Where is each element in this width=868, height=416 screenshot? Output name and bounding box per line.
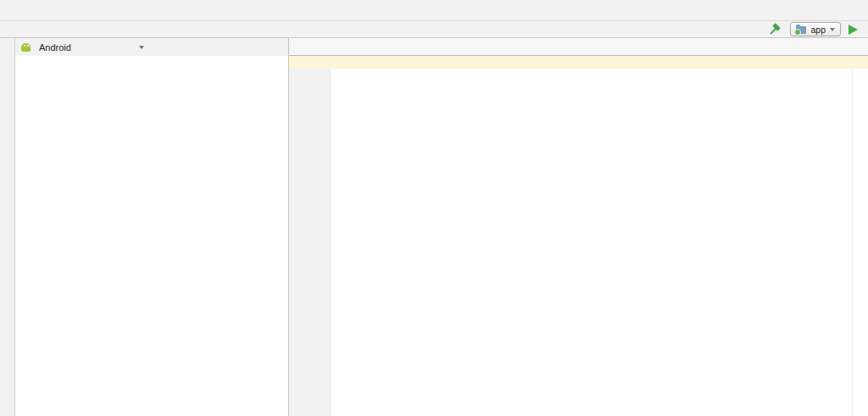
module-folder-icon [796,26,806,34]
module-selector-dropdown[interactable]: app [790,22,841,36]
caret-line-highlight [289,56,868,69]
menu-bar [0,0,868,21]
right-margin-guide [852,56,853,416]
android-icon [21,43,31,52]
build-hammer-button[interactable] [768,23,782,36]
project-tree [15,56,288,416]
navigation-bar: app [0,21,868,38]
editor-tab-bar [289,38,868,56]
project-panel: Android [15,38,289,416]
chevron-down-icon[interactable] [139,46,144,49]
run-button[interactable] [849,25,858,35]
project-panel-header: Android [15,38,288,56]
editor-gutter [289,56,331,416]
main-area: Android [0,38,868,416]
run-toolbar: app [768,22,868,36]
tool-window-bar [0,38,15,416]
code-editor[interactable] [289,56,868,416]
chevron-down-icon [830,28,835,31]
editor [289,38,868,416]
project-view-selector[interactable]: Android [39,42,71,53]
module-selector-label: app [810,25,826,35]
